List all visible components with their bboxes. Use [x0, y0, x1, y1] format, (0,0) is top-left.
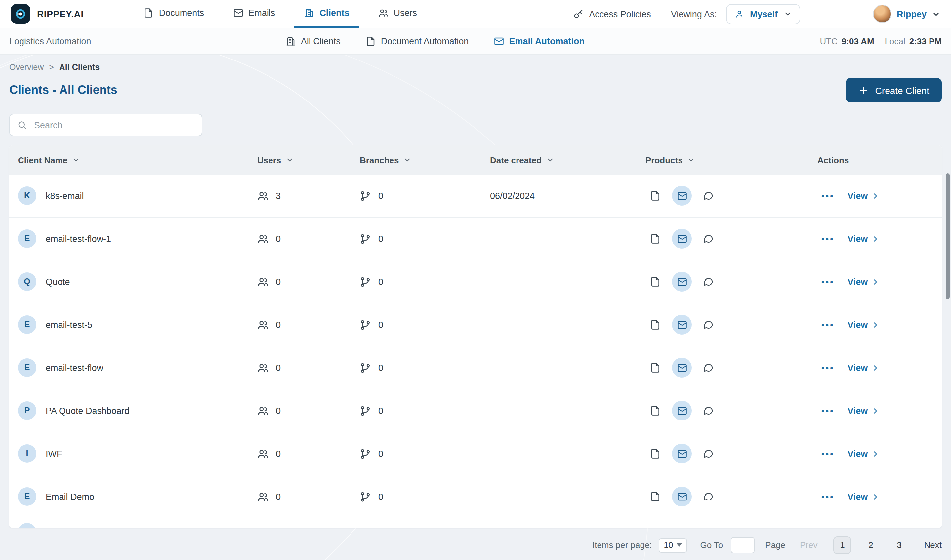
- table-row: Q Quote 0 0 ••• View: [9, 260, 942, 303]
- actions-cell: ••• View: [817, 277, 942, 287]
- profile-menu[interactable]: Rippey: [873, 5, 940, 23]
- chat-product-icon[interactable]: [699, 229, 718, 249]
- view-link[interactable]: View: [848, 234, 879, 244]
- local-label: Local: [885, 36, 905, 46]
- email-product-icon[interactable]: [672, 487, 692, 506]
- vertical-scrollbar[interactable]: [946, 173, 949, 299]
- more-actions-button[interactable]: •••: [822, 363, 834, 372]
- viewing-as-dropdown[interactable]: Myself: [726, 4, 800, 24]
- email-product-icon[interactable]: [672, 358, 692, 377]
- nav-item-users[interactable]: Users: [368, 0, 427, 28]
- column-header-branches[interactable]: Branches: [360, 155, 490, 165]
- go-to-page-input[interactable]: [731, 537, 755, 553]
- users-cell: 0: [257, 276, 360, 287]
- chat-product-icon[interactable]: [699, 186, 718, 206]
- column-header-users[interactable]: Users: [257, 155, 360, 165]
- email-product-icon[interactable]: [672, 272, 692, 292]
- column-header-label: Branches: [360, 155, 399, 165]
- more-actions-button[interactable]: •••: [822, 406, 834, 415]
- nav-item-documents[interactable]: Documents: [134, 0, 214, 28]
- breadcrumb-current: All Clients: [59, 63, 100, 72]
- subtab-all-clients[interactable]: All Clients: [286, 36, 341, 46]
- nav-item-emails[interactable]: Emails: [223, 0, 285, 28]
- column-header-products[interactable]: Products: [645, 155, 817, 165]
- chevron-right-icon: [872, 192, 879, 199]
- email-product-icon[interactable]: [672, 315, 692, 335]
- subtab-document-automation[interactable]: Document Automation: [366, 36, 469, 46]
- email-product-icon[interactable]: [672, 186, 692, 206]
- view-link[interactable]: View: [848, 320, 879, 329]
- products-cell: [645, 229, 817, 249]
- email-product-icon[interactable]: [672, 444, 692, 463]
- document-product-icon[interactable]: [645, 229, 665, 249]
- view-label: View: [848, 363, 868, 372]
- create-client-button[interactable]: Create Client: [846, 78, 942, 103]
- branches-count: 0: [378, 406, 383, 415]
- more-actions-button[interactable]: •••: [822, 492, 834, 502]
- users-cell: 0: [257, 448, 360, 459]
- nav-item-clients[interactable]: Clients: [294, 0, 359, 28]
- page-number-2[interactable]: 2: [862, 536, 880, 554]
- chat-product-icon[interactable]: [699, 444, 718, 463]
- page-number-1[interactable]: 1: [834, 536, 851, 554]
- users-count: 0: [276, 363, 281, 372]
- view-link[interactable]: View: [848, 449, 879, 458]
- chat-product-icon[interactable]: [699, 358, 718, 377]
- more-actions-button[interactable]: •••: [822, 449, 834, 458]
- users-icon: [257, 276, 268, 287]
- date-created-cell: 06/02/2024: [490, 191, 645, 201]
- email-product-icon[interactable]: [672, 401, 692, 420]
- chat-product-icon[interactable]: [699, 401, 718, 420]
- client-initial-avatar: E: [18, 358, 36, 377]
- subtab-email-automation[interactable]: Email Automation: [494, 36, 585, 46]
- actions-cell: ••• View: [817, 406, 942, 415]
- chat-product-icon[interactable]: [699, 272, 718, 292]
- document-product-icon[interactable]: [645, 315, 665, 335]
- document-product-icon[interactable]: [645, 487, 665, 506]
- view-label: View: [848, 320, 868, 329]
- more-actions-button[interactable]: •••: [822, 234, 834, 244]
- client-initial-avatar: P: [18, 402, 36, 420]
- items-per-page-select[interactable]: 10: [659, 538, 687, 552]
- users-count: 0: [276, 277, 281, 287]
- document-product-icon[interactable]: [645, 186, 665, 206]
- search-icon: [17, 120, 27, 130]
- view-label: View: [848, 234, 868, 244]
- column-header-client-name[interactable]: Client Name: [18, 155, 257, 165]
- search-input[interactable]: [34, 120, 194, 130]
- email-product-icon[interactable]: [672, 229, 692, 249]
- prev-page-button[interactable]: Prev: [800, 540, 817, 550]
- git-branch-icon: [360, 405, 371, 416]
- column-header-label: Client Name: [18, 155, 68, 165]
- client-initial-avatar: [18, 523, 36, 528]
- client-name-cell: P PA Quote Dashboard: [18, 402, 257, 420]
- chat-product-icon[interactable]: [699, 487, 718, 506]
- page-number-3[interactable]: 3: [891, 536, 908, 554]
- brand[interactable]: RIPPEY.AI: [11, 0, 84, 28]
- view-link[interactable]: View: [848, 363, 879, 372]
- column-header-label: Users: [257, 155, 281, 165]
- breadcrumb-parent[interactable]: Overview: [9, 63, 44, 72]
- document-product-icon[interactable]: [645, 272, 665, 292]
- next-page-button[interactable]: Next: [924, 540, 942, 550]
- document-product-icon[interactable]: [645, 358, 665, 377]
- top-navigation-bar: RIPPEY.AI Documents Emails Clients Users: [0, 0, 951, 28]
- more-actions-button[interactable]: •••: [822, 277, 834, 287]
- chat-product-icon[interactable]: [699, 315, 718, 335]
- local-time: 2:33 PM: [909, 36, 942, 46]
- more-actions-button[interactable]: •••: [822, 320, 834, 329]
- viewing-as-value: Myself: [750, 9, 778, 19]
- column-header-date-created[interactable]: Date created: [490, 155, 645, 165]
- more-actions-button[interactable]: •••: [822, 191, 834, 201]
- client-name-cell: I IWF: [18, 444, 257, 463]
- view-link[interactable]: View: [848, 191, 879, 201]
- view-link[interactable]: View: [848, 492, 879, 502]
- viewing-as-label: Viewing As:: [671, 9, 717, 19]
- access-policies-link[interactable]: Access Policies: [573, 9, 651, 19]
- client-initial-avatar: K: [18, 186, 36, 205]
- view-link[interactable]: View: [848, 406, 879, 415]
- users-cell: 0: [257, 233, 360, 244]
- document-product-icon[interactable]: [645, 444, 665, 463]
- view-link[interactable]: View: [848, 277, 879, 287]
- document-product-icon[interactable]: [645, 401, 665, 420]
